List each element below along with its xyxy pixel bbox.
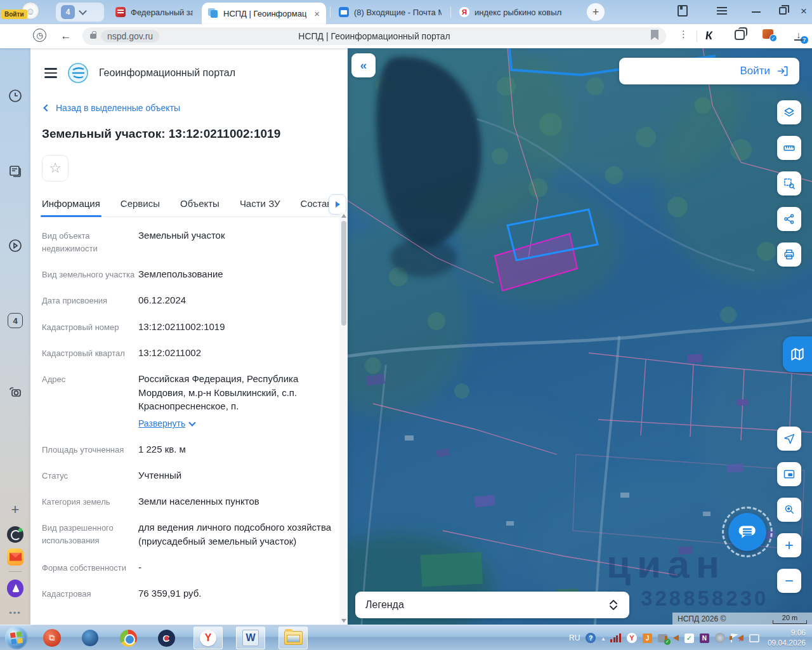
tab-search[interactable]: индекс рыбкино ковылки: [453, 0, 568, 24]
measure-button[interactable]: [777, 136, 801, 160]
map-login-button[interactable]: Войти: [619, 58, 799, 84]
video-icon[interactable]: [7, 237, 23, 254]
close-window-button[interactable]: ×: [801, 5, 807, 18]
back-link[interactable]: Назад в выделенные объекты: [44, 103, 348, 113]
zoom-out-button[interactable]: −: [777, 569, 801, 593]
rail-more-icon[interactable]: •••: [7, 604, 23, 621]
minus-icon: −: [785, 572, 794, 590]
tab-composition[interactable]: Состав: [301, 198, 332, 209]
yandex-mail-icon[interactable]: [7, 548, 23, 565]
tab-parcel-parts[interactable]: Части ЗУ: [240, 198, 280, 209]
more-options-icon[interactable]: ⋮: [679, 29, 688, 40]
panel-scrollbar[interactable]: [339, 212, 348, 625]
collapse-panel-button[interactable]: «: [351, 53, 376, 77]
layers-button[interactable]: [777, 100, 801, 124]
alice-icon[interactable]: [7, 580, 23, 597]
browser-menu-icon[interactable]: [717, 5, 727, 17]
volume-tray-icon[interactable]: [673, 635, 679, 641]
search-location-icon: [783, 503, 796, 516]
windows-logo-icon: [10, 632, 23, 644]
expand-collapse-icon[interactable]: [608, 598, 619, 612]
tab-close-icon[interactable]: ×: [314, 8, 320, 19]
address-bar[interactable]: nspd.gov.ru НСПД | Геоинформационный пор…: [82, 27, 666, 45]
scroll-down-icon[interactable]: [341, 619, 346, 623]
java-tray-icon[interactable]: J: [643, 633, 652, 643]
select-area-button[interactable]: [777, 171, 801, 196]
security-check-tray-icon[interactable]: ✓: [684, 633, 694, 643]
maximize-button[interactable]: [779, 7, 787, 15]
taskbar-app-browser-sphere[interactable]: [80, 628, 100, 648]
ruler-icon: [783, 142, 796, 154]
start-button[interactable]: [5, 627, 28, 649]
taskbar-word[interactable]: W: [240, 628, 261, 648]
address-url[interactable]: nspd.gov.ru: [101, 30, 159, 43]
clock-time: 9:06: [768, 628, 806, 638]
map-side-panel-toggle[interactable]: [783, 336, 812, 372]
lock-icon: [90, 34, 96, 39]
overview-map-button[interactable]: [777, 462, 801, 486]
network-tray-icon[interactable]: [749, 634, 759, 642]
tab-law[interactable]: Федеральный закон от 24: [109, 0, 199, 24]
add-panel-icon[interactable]: +: [7, 501, 23, 518]
chat-widget[interactable]: [722, 507, 773, 557]
scroll-up-icon[interactable]: [341, 214, 346, 218]
collections-icon[interactable]: [735, 30, 745, 40]
tab-mail[interactable]: (8) Входящие - Почта Ма: [332, 0, 448, 24]
double-chevron-left-icon: «: [360, 58, 367, 72]
portal-title: Геоинформационный портал: [99, 67, 235, 79]
language-indicator[interactable]: RU: [569, 633, 580, 642]
muted-speaker-tray-icon[interactable]: [738, 635, 743, 641]
tabs-panel-icon[interactable]: 4: [7, 312, 23, 329]
tab-services[interactable]: Сервисы: [121, 198, 160, 209]
bookmarks-panel-icon[interactable]: [678, 5, 688, 17]
chevron-left-icon: [43, 104, 50, 111]
back-icon[interactable]: ←: [58, 29, 74, 44]
feed-icon[interactable]: [7, 162, 23, 179]
expand-address-link[interactable]: Развернуть: [138, 417, 195, 430]
tab-information[interactable]: Информация: [42, 198, 100, 209]
kinopoisk-extension-icon[interactable]: К: [705, 29, 714, 43]
help-tray-icon[interactable]: ?: [586, 633, 596, 643]
extension-icon[interactable]: ✓: [763, 29, 773, 39]
star-icon: ☆: [49, 160, 62, 176]
profile-login-badge[interactable]: Войти: [1, 10, 27, 19]
legend-label: Легенда: [365, 599, 404, 611]
print-button[interactable]: [777, 242, 801, 267]
history-sidebar-icon[interactable]: ◷: [33, 29, 46, 42]
taskbar-app-red[interactable]: ⧉: [42, 628, 62, 648]
taskbar-chrome[interactable]: [118, 628, 138, 648]
my-location-button[interactable]: [777, 427, 801, 451]
tab-objects[interactable]: Объекты: [180, 198, 219, 209]
tab-nspd-active[interactable]: НСПД | Геоинформаци ×: [202, 3, 326, 24]
tab-group-chip[interactable]: 4: [56, 3, 104, 22]
history-icon[interactable]: [7, 88, 23, 104]
taskbar-app-c[interactable]: C: [156, 628, 176, 648]
screenshot-icon[interactable]: [7, 383, 23, 400]
signal-tray-icon[interactable]: [610, 633, 621, 642]
chat-button[interactable]: [728, 513, 766, 551]
messenger-icon[interactable]: [7, 526, 23, 543]
share-button[interactable]: [777, 207, 801, 231]
onenote-tray-icon[interactable]: N: [700, 633, 709, 643]
minimize-button[interactable]: [752, 11, 761, 13]
legend-bar[interactable]: Легенда: [355, 592, 629, 618]
search-on-map-button[interactable]: [777, 498, 801, 522]
yandex-browser-icon[interactable]: Y: [198, 628, 218, 648]
zoom-in-button[interactable]: +: [777, 533, 801, 557]
new-tab-button[interactable]: +: [587, 3, 605, 21]
yandex-tray-icon[interactable]: Y: [627, 633, 637, 643]
favorite-star-button[interactable]: ☆: [42, 155, 69, 182]
yandex-favicon: [459, 7, 469, 17]
mail-favicon: [339, 7, 349, 17]
menu-burger-icon[interactable]: [44, 65, 57, 80]
screen: ☺ Войти 4 Федеральный закон от 24 НСПД |…: [0, 0, 812, 650]
taskbar-clock[interactable]: 9:06 09.04.2026: [768, 628, 806, 648]
map-canvas[interactable]: циан ID 328858230 « Войти: [348, 48, 812, 625]
browser-profile[interactable]: ☺ Войти: [22, 2, 41, 21]
browser-toolbar: ◷ ← Я ↻ nspd.gov.ru НСПД | Геоинформацио…: [0, 24, 812, 48]
taskbar-explorer[interactable]: [283, 628, 303, 648]
downloads-icon[interactable]: ↓7: [793, 29, 804, 41]
utility-tray-icon[interactable]: [715, 633, 725, 643]
scrollbar-thumb[interactable]: [341, 221, 346, 326]
tray-expand-icon[interactable]: ▴: [601, 635, 605, 642]
